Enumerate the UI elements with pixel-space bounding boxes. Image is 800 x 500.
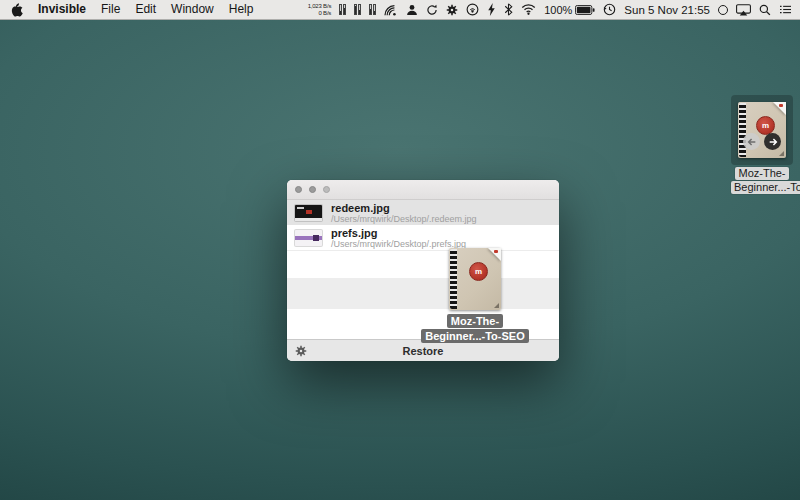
zoom-button[interactable] — [323, 186, 330, 193]
file-row-text: redeem.jpg /Users/mrqwirk/Desktop/.redee… — [331, 202, 477, 224]
restore-button[interactable]: Restore — [403, 345, 444, 357]
close-button[interactable] — [295, 186, 302, 193]
menu-help[interactable]: Help — [229, 0, 254, 19]
user-icon[interactable] — [406, 4, 418, 16]
apple-menu[interactable] — [11, 3, 23, 17]
moz-badge-icon: m — [469, 262, 488, 281]
battery-percent-text: 100% — [544, 4, 572, 16]
menu-bar-clock[interactable]: Sun 5 Nov 21:55 — [624, 4, 710, 16]
window-titlebar[interactable] — [287, 180, 559, 200]
page-curl-icon — [779, 151, 784, 156]
wireless-signal-icon[interactable] — [384, 4, 398, 16]
sync-icon[interactable] — [426, 4, 438, 16]
minimize-button[interactable] — [309, 186, 316, 193]
desktop-file-label-line1: Moz-The- — [735, 167, 788, 180]
battery-icon — [575, 5, 595, 15]
page-curl-icon — [494, 303, 499, 308]
menu-bar: Invisible File Edit Window Help 1,023 B/… — [0, 0, 800, 20]
settings-button[interactable] — [295, 340, 307, 361]
moz-book-document-icon: m — [449, 248, 501, 310]
cpu-gauge-icon[interactable] — [339, 4, 346, 15]
spiral-binding-icon — [450, 249, 457, 309]
dragged-file-ghost[interactable]: m Moz-The- Beginner...-To-SEO — [405, 248, 545, 343]
spotlight-search-icon[interactable] — [759, 4, 771, 16]
invisible-app-window: redeem.jpg /Users/mrqwirk/Desktop/.redee… — [287, 180, 559, 361]
desktop-file-label-line2: Beginner...-To-SEO — [731, 181, 800, 194]
drag-ghost-label: Moz-The- Beginner...-To-SEO — [405, 314, 545, 343]
file-name: prefs.jpg — [331, 227, 466, 239]
desktop-file-selection-highlight: m — [731, 95, 793, 165]
wifi-icon[interactable] — [521, 4, 536, 15]
gear-icon — [295, 345, 307, 357]
notification-center-icon[interactable] — [779, 4, 792, 15]
menu-file[interactable]: File — [101, 0, 120, 19]
menu-bar-status: 1,023 B/s 0 B/s 100% Sun 5 Nov 21:55 — [308, 3, 800, 16]
fold-red-mark — [494, 250, 498, 253]
drag-ghost-label-line1: Moz-The- — [447, 314, 503, 328]
redeem-thumbnail — [295, 205, 322, 221]
menu-bar-left: Invisible File Edit Window Help — [0, 0, 253, 19]
moz-book-document-icon[interactable]: m — [738, 102, 786, 158]
desktop-file-label: Moz-The- Beginner...-To-SEO — [731, 167, 793, 194]
file-path: /Users/mrqwirk/Desktop/.prefs.jpg — [331, 239, 466, 249]
app-menu-title[interactable]: Invisible — [38, 0, 86, 19]
file-row-text: prefs.jpg /Users/mrqwirk/Desktop/.prefs.… — [331, 227, 466, 249]
siri-icon[interactable] — [718, 5, 728, 15]
memory-gauge-icon[interactable] — [354, 4, 361, 15]
next-page-button[interactable] — [764, 133, 781, 150]
file-name: redeem.jpg — [331, 202, 477, 214]
net-up-text: 1,023 B/s — [308, 3, 332, 9]
time-machine-icon[interactable] — [603, 3, 616, 16]
apple-logo-icon — [11, 3, 23, 17]
gear-icon[interactable] — [446, 4, 458, 16]
net-down-text: 0 B/s — [319, 10, 332, 16]
menu-window[interactable]: Window — [171, 0, 214, 19]
network-speed-readout[interactable]: 1,023 B/s 0 B/s — [308, 3, 332, 16]
power-bolt-icon[interactable] — [487, 3, 496, 16]
drag-ghost-label-line2: Beginner...-To-SEO — [421, 329, 528, 343]
arrow-right-icon — [768, 137, 778, 147]
desktop-file-moz-guide[interactable]: m Moz-The- Beginner...-To-SEO — [731, 95, 793, 194]
bluetooth-icon[interactable] — [504, 3, 513, 16]
arrow-left-icon — [747, 137, 757, 147]
previous-page-button[interactable] — [743, 133, 760, 150]
fold-red-mark — [779, 104, 783, 107]
hotspot-icon[interactable] — [466, 3, 479, 16]
menu-edit[interactable]: Edit — [135, 0, 156, 19]
prefs-thumbnail — [295, 230, 322, 246]
disk-gauge-icon[interactable] — [369, 4, 376, 15]
airplay-display-icon[interactable] — [736, 4, 751, 16]
file-path: /Users/mrqwirk/Desktop/.redeem.jpg — [331, 214, 477, 224]
preview-page-nav — [743, 133, 781, 150]
battery-status[interactable]: 100% — [544, 4, 595, 16]
file-list-row-redeem[interactable]: redeem.jpg /Users/mrqwirk/Desktop/.redee… — [287, 200, 559, 225]
desktop: { "colors": { "desktop_center": "#4a7471… — [0, 0, 800, 500]
